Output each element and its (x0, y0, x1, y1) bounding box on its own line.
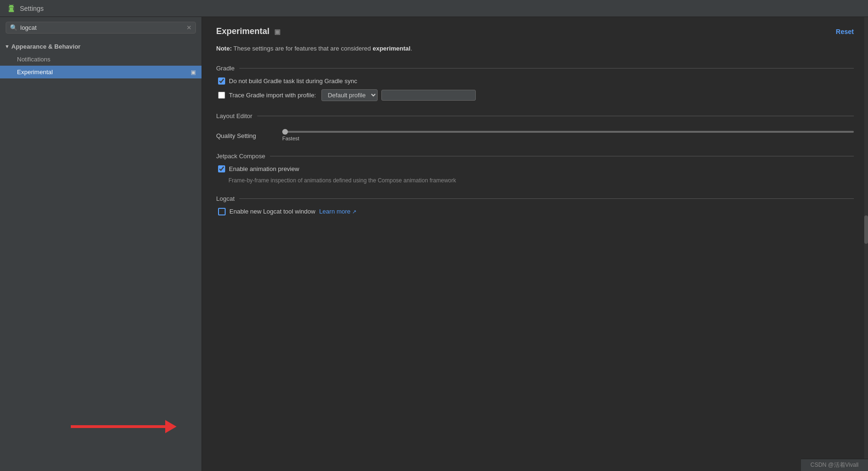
do-not-build-row: Do not build Gradle task list during Gra… (216, 77, 854, 85)
bottom-bar-text: CSDN @活着Vivall (810, 462, 859, 468)
learn-more-arrow-icon: ↗ (352, 209, 356, 214)
quality-label-text: Quality Setting (216, 132, 273, 139)
do-not-build-label: Do not build Gradle task list during Gra… (229, 77, 357, 85)
android-icon (7, 4, 16, 13)
logcat-section-label: Logcat (216, 195, 854, 202)
sidebar-section-label: Appearance & Behavior (11, 43, 81, 50)
learn-more-link[interactable]: Learn more ↗ (319, 208, 356, 215)
note-text: Note: These settings are for features th… (216, 44, 854, 53)
active-indicator-icon: ▣ (191, 69, 196, 76)
slider-label-fastest: Fastest (282, 136, 299, 141)
logcat-row: Enable new Logcat tool window Learn more… (216, 208, 854, 215)
enable-logcat-label: Enable new Logcat tool window (229, 208, 315, 215)
quality-row: Quality Setting Fastest (216, 131, 854, 141)
content-title: Experimental ▣ (216, 26, 280, 36)
do-not-build-checkbox[interactable] (218, 77, 225, 85)
trace-gradle-row: Trace Gradle import with profile: Defaul… (216, 89, 854, 101)
content-title-text: Experimental (216, 26, 270, 36)
note-suffix: . (411, 45, 413, 52)
profile-select[interactable]: Default profile (321, 89, 378, 101)
bottom-bar: CSDN @活着Vivall (801, 459, 868, 471)
notifications-label: Notifications (17, 56, 51, 63)
gradle-section: Gradle Do not build Gradle task list dur… (216, 65, 854, 101)
quality-slider[interactable] (282, 131, 854, 133)
arrow-shaft (71, 425, 165, 428)
note-prefix: Note: (216, 45, 232, 52)
logcat-section: Logcat Enable new Logcat tool window Lea… (216, 195, 854, 215)
right-scrollbar[interactable] (864, 17, 868, 471)
experimental-label: Experimental (17, 69, 53, 76)
scrollbar-thumb[interactable] (864, 215, 868, 244)
clear-icon[interactable]: ✕ (186, 24, 192, 31)
reset-button[interactable]: Reset (836, 28, 854, 35)
layout-editor-section: Layout Editor (216, 112, 854, 120)
trace-gradle-checkbox[interactable] (218, 92, 225, 99)
content-area: Experimental ▣ Reset Note: These setting… (202, 17, 868, 471)
enable-animation-row: Enable animation preview (216, 165, 854, 172)
slider-labels: Fastest (282, 136, 854, 141)
jetpack-compose-section: Jetpack Compose Enable animation preview… (216, 153, 854, 184)
red-arrow (71, 420, 177, 433)
title-bar-text: Settings (20, 5, 44, 12)
trace-gradle-label: Trace Gradle import with profile: (229, 92, 316, 99)
quality-setting-section: Quality Setting Fastest (216, 131, 854, 141)
sidebar-item-experimental[interactable]: Experimental ▣ (0, 66, 202, 78)
chevron-down-icon: ▾ (6, 43, 8, 50)
enable-animation-label: Enable animation preview (229, 165, 299, 172)
search-icon: 🔍 (10, 24, 17, 31)
gradle-label-text: Gradle (216, 65, 235, 72)
sidebar-section-appearance[interactable]: ▾ Appearance & Behavior (0, 40, 202, 53)
search-bar[interactable]: 🔍 ✕ (6, 22, 196, 34)
jetpack-compose-label-text: Jetpack Compose (216, 153, 265, 160)
note-body: These settings are for features that are… (232, 45, 372, 52)
animation-description: Frame-by-frame inspection of animations … (216, 177, 854, 184)
content-header: Experimental ▣ Reset (216, 26, 854, 36)
layout-editor-label-text: Layout Editor (216, 112, 253, 120)
search-input[interactable] (20, 24, 186, 31)
enable-animation-checkbox[interactable] (218, 165, 225, 172)
sidebar-item-notifications[interactable]: Notifications (0, 53, 202, 66)
title-settings-icon: ▣ (274, 28, 280, 35)
note-emphasis: experimental (372, 45, 410, 52)
enable-logcat-checkbox[interactable] (218, 208, 226, 215)
gradle-section-label: Gradle (216, 65, 854, 72)
profile-text-input[interactable] (381, 90, 476, 101)
jetpack-compose-section-label: Jetpack Compose (216, 153, 854, 160)
title-bar: Settings (0, 0, 868, 17)
logcat-label-text: Logcat (216, 195, 235, 202)
arrow-head (165, 420, 177, 433)
arrow-container (0, 78, 202, 471)
learn-more-text: Learn more (319, 208, 350, 215)
sidebar: 🔍 ✕ ▾ Appearance & Behavior Notification… (0, 17, 202, 471)
layout-editor-section-label: Layout Editor (216, 112, 854, 120)
slider-wrapper: Fastest (282, 131, 854, 141)
